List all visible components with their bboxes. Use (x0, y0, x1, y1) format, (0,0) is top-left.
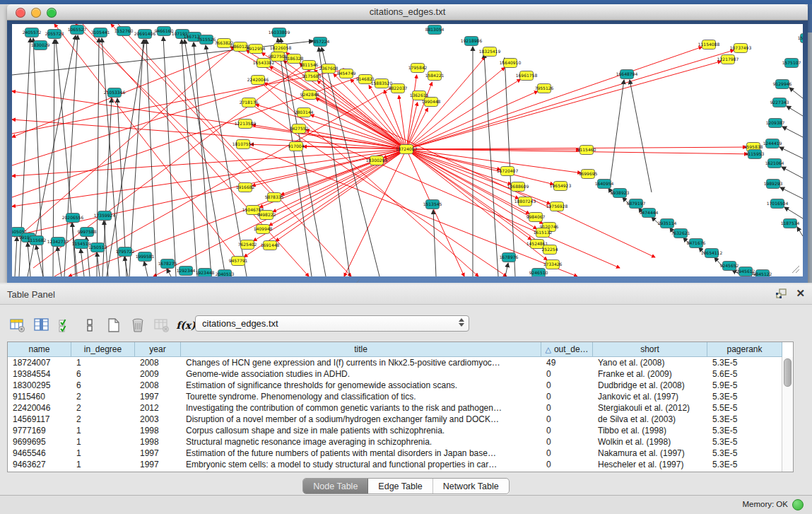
graph-edge[interactable] (57, 247, 61, 276)
graph-edge[interactable] (12, 47, 240, 137)
graph-edge[interactable] (484, 54, 498, 276)
graph-edge[interactable] (797, 227, 803, 236)
table-row[interactable]: 1872400712008Changes of HCN gene express… (8, 357, 793, 368)
node-table: namein_degreeyeartitle△out_de…shortpager… (7, 341, 794, 472)
graph-edge[interactable] (182, 40, 197, 276)
column-header-short[interactable]: short (593, 342, 707, 357)
graph-edge[interactable] (12, 119, 406, 149)
table-header-row[interactable]: namein_degreeyeartitle△out_de…shortpager… (8, 342, 793, 357)
graph-edge[interactable] (15, 237, 17, 276)
graph-edge[interactable] (406, 62, 721, 149)
graph-edge[interactable] (153, 149, 406, 276)
column-header-name[interactable]: name (8, 342, 71, 357)
column-options-icon[interactable] (34, 317, 49, 333)
close-panel-icon[interactable]: ✕ (796, 288, 805, 299)
graph-edge[interactable] (406, 67, 505, 149)
graph-node-label: 1811546 (300, 62, 319, 67)
graph-edge[interactable] (243, 144, 577, 276)
table-cell: 1998 (135, 425, 181, 436)
graph-node-label: 18325419 (479, 49, 501, 54)
table-options-icon[interactable] (10, 317, 25, 333)
graph-edge[interactable] (787, 106, 803, 116)
column-header-in_degree[interactable]: in_degree (71, 342, 135, 357)
graph-edge[interactable] (406, 149, 512, 185)
table-row[interactable]: 969969511998Structural magnetic resonanc… (8, 436, 793, 448)
table-cell: 5.3E-5 (707, 448, 782, 459)
graph-edge[interactable] (406, 79, 520, 149)
graph-edge[interactable] (184, 40, 225, 276)
scrollbar-thumb[interactable] (784, 358, 792, 387)
table-select-dropdown[interactable]: citations_edges.txt (195, 315, 469, 332)
graph-edge[interactable] (780, 187, 803, 199)
graph-edge[interactable] (782, 167, 803, 178)
graph-edge[interactable] (784, 207, 803, 218)
graph-edge[interactable] (19, 42, 240, 236)
graph-node-label: 9115460 (577, 147, 596, 152)
graph-edge[interactable] (107, 40, 145, 276)
network-graph-canvas[interactable]: 1872400798601288912954182260589827508165… (12, 24, 803, 276)
table-cell: 2008 (135, 357, 181, 368)
graph-edge[interactable] (779, 147, 803, 158)
graph-edge[interactable] (406, 147, 746, 149)
new-table-icon[interactable] (106, 317, 122, 333)
graph-edge[interactable] (630, 80, 652, 192)
table-cell: 9699695 (8, 436, 71, 448)
table-cell: Dudbridge et al. (2008) (593, 380, 707, 391)
tab-network-table[interactable]: Network Table (433, 479, 509, 493)
table-row[interactable]: 1830029562008Estimation of significance … (8, 380, 793, 391)
select-rows-icon[interactable] (58, 317, 73, 333)
graph-edge[interactable] (146, 40, 156, 276)
graph-edge[interactable] (28, 243, 30, 276)
table-cell: 0 (541, 391, 593, 402)
vertical-scrollbar[interactable] (782, 357, 793, 472)
graph-edge[interactable] (406, 47, 702, 149)
graph-edge[interactable] (76, 24, 245, 187)
table-cell: 9115460 (8, 391, 71, 402)
row-height-icon[interactable] (82, 317, 98, 333)
graph-node-label: 1595838 (744, 144, 763, 149)
float-window-icon[interactable] (776, 288, 787, 298)
graph-node-label: 12342737 (47, 239, 69, 244)
table-cell: 5.6E-5 (707, 368, 782, 380)
column-header-title[interactable]: title (181, 342, 541, 357)
function-builder-icon[interactable]: f(x) (178, 317, 194, 333)
graph-edge[interactable] (97, 38, 99, 276)
graph-edge[interactable] (609, 80, 624, 188)
column-header-pagerank[interactable]: pagerank (707, 342, 782, 357)
table-cell: Tourette syndrome. Phenomenology and cla… (181, 391, 541, 402)
graph-edge[interactable] (782, 127, 803, 137)
table-row[interactable]: 946362711997Embryonic stem cells: a mode… (8, 459, 793, 470)
table-cell: 5.5E-5 (707, 402, 782, 414)
graph-edge[interactable] (406, 149, 551, 204)
table-row[interactable]: 1456911722003Disruption of a novel membe… (8, 414, 793, 425)
graph-node-label: 2040513 (216, 271, 235, 276)
table-row[interactable]: 2242004622012Investigating the contribut… (8, 402, 793, 414)
graph-edge[interactable] (129, 40, 143, 276)
table-row[interactable]: 911546021997Tourette syndrome. Phenomeno… (8, 391, 793, 402)
graph-edge[interactable] (406, 50, 734, 149)
graph-node-label: 18226058 (270, 45, 292, 50)
table-row[interactable]: 946554611997Estimation of the future num… (8, 448, 793, 459)
graph-edge[interactable] (167, 269, 171, 276)
column-header-out_de[interactable]: △out_de… (541, 342, 593, 357)
delete-table-icon[interactable] (130, 317, 146, 333)
graph-edge[interactable] (505, 263, 508, 276)
network-window-frame: 1872400798601288912954182260589827508165… (7, 21, 808, 283)
memory-status-icon[interactable] (792, 499, 804, 510)
graph-edge[interactable] (789, 88, 803, 98)
table-cell: 2 (71, 402, 135, 414)
column-header-year[interactable]: year (135, 342, 181, 357)
table-row[interactable]: 1938455462009Genome-wide association stu… (8, 368, 793, 380)
tab-edge-table[interactable]: Edge Table (368, 479, 433, 493)
graph-edge[interactable] (12, 91, 406, 149)
table-row[interactable]: 977716911998Corpus callosum shape and si… (8, 425, 793, 436)
canvas-resize-grip[interactable] (792, 266, 799, 273)
graph-node-label: 9466160 (155, 28, 174, 33)
table-cell: Corpus callosum shape and size in male p… (181, 425, 541, 436)
graph-edge[interactable] (194, 42, 211, 276)
tab-node-table[interactable]: Node Table (303, 479, 368, 493)
graph-edge[interactable] (81, 249, 84, 276)
graph-edge[interactable] (144, 262, 148, 276)
graph-edge[interactable] (72, 223, 76, 276)
network-window-titlebar[interactable]: citations_edges.txt (7, 4, 808, 21)
